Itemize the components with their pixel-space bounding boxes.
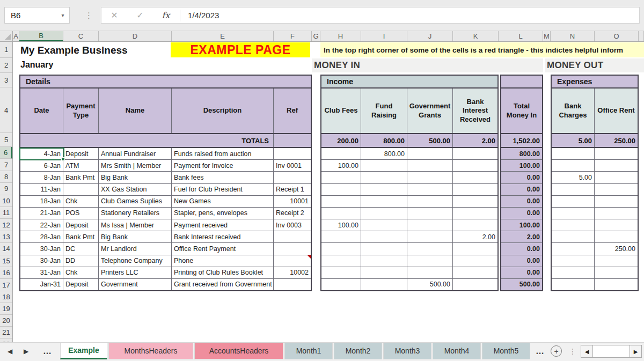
cell-club-fees[interactable]: 100.00 (321, 160, 361, 171)
cell-bank-interest[interactable] (453, 243, 497, 254)
cell-government-grants[interactable] (407, 196, 453, 207)
header-government-grants[interactable]: Government Grants (407, 89, 453, 133)
cell-payment-type[interactable]: Deposit (63, 148, 99, 159)
totals-ref-cell[interactable] (274, 134, 311, 147)
cell-bank-charges[interactable] (552, 160, 595, 171)
cell-government-grants[interactable] (407, 255, 453, 267)
cell-total-money-in[interactable]: 0.00 (501, 184, 542, 195)
cell-total-money-in[interactable]: 100.00 (501, 160, 542, 171)
cell-ref[interactable] (274, 243, 311, 254)
cell-date[interactable]: 31-Jan (20, 267, 63, 278)
cell-office-rent[interactable]: 250.00 (595, 243, 638, 254)
header-bank-interest[interactable]: Bank Interest Received (453, 89, 497, 133)
sheet-tab-month2[interactable]: Month2 (334, 343, 382, 359)
tab-scroll-left-icon[interactable]: ◀ (8, 343, 12, 359)
row-header-2[interactable]: 2 (0, 58, 12, 73)
totals-label[interactable]: TOTALS (20, 134, 274, 147)
cell-payment-type[interactable]: Bank Pmt (63, 231, 99, 242)
column-header-O[interactable]: O (595, 31, 639, 41)
cell-fund-raising[interactable] (361, 255, 407, 267)
cell-date[interactable]: 18-Jan (20, 196, 63, 207)
cell-total-money-in[interactable]: 500.00 (501, 279, 542, 290)
cell-fund-raising[interactable] (361, 219, 407, 231)
column-header-H[interactable]: H (320, 31, 361, 41)
cell-name[interactable]: XX Gas Station (99, 184, 172, 195)
column-header-E[interactable]: E (172, 31, 274, 41)
details-table-title[interactable]: Details (20, 76, 311, 89)
cell-name[interactable]: Big Bank (99, 231, 172, 242)
cell-bank-charges[interactable] (552, 148, 595, 159)
column-header-G[interactable]: G (312, 31, 320, 41)
cell-ref[interactable]: 10001 (274, 196, 311, 207)
row-header-13[interactable]: 13 (0, 231, 12, 243)
cell-office-rent[interactable] (595, 267, 638, 278)
row-header-1[interactable]: 1 (0, 42, 12, 58)
cell-ref[interactable] (274, 148, 311, 159)
cell-fund-raising[interactable] (361, 208, 407, 219)
cell-office-rent[interactable] (595, 231, 638, 242)
column-header-N[interactable]: N (551, 31, 595, 41)
cell-payment-type[interactable]: DD (63, 255, 99, 267)
cell-office-rent[interactable] (595, 279, 638, 290)
cell-bank-interest[interactable] (453, 148, 497, 159)
cell-club-fees[interactable] (321, 279, 361, 290)
cell-bank-interest[interactable] (453, 208, 497, 219)
cell-bank-interest[interactable] (453, 196, 497, 207)
cell-name[interactable]: Club Games Suplies (99, 196, 172, 207)
column-header-A[interactable]: A (13, 31, 19, 41)
cell-payment-type[interactable]: Bank Pmt (63, 172, 99, 183)
sheet-tab-month5[interactable]: Month5 (482, 343, 530, 359)
cell-ref[interactable] (274, 172, 311, 183)
cell-bank-charges[interactable] (552, 243, 595, 254)
sheet-tab-accountsheaders[interactable]: AccountsHeaders (194, 343, 283, 359)
expenses-table-title[interactable]: Expenses (552, 76, 638, 89)
cell-date[interactable]: 22-Jan (20, 219, 63, 231)
cell-government-grants[interactable] (407, 172, 453, 183)
cell-total-money-in[interactable]: 0.00 (501, 172, 542, 183)
cell-bank-interest[interactable] (453, 219, 497, 231)
cell-bank-interest[interactable] (453, 184, 497, 195)
cell-payment-type[interactable]: DC (63, 243, 99, 254)
cell-date[interactable]: 6-Jan (20, 160, 63, 171)
cell-ref[interactable]: Inv 0003 (274, 219, 311, 231)
cell-payment-type[interactable]: Chk (63, 196, 99, 207)
column-header-C[interactable]: C (63, 31, 99, 41)
cell-description[interactable]: Fuel for Club President (172, 184, 274, 195)
cell-bank-interest[interactable] (453, 172, 497, 183)
cell-ref[interactable]: 10002 (274, 267, 311, 278)
cell-payment-type[interactable]: Deposit (63, 219, 99, 231)
cell-name[interactable]: Printers LLC (99, 267, 172, 278)
cell-bank-interest[interactable] (453, 267, 497, 278)
row-header-10[interactable]: 10 (0, 195, 12, 207)
cell-name[interactable]: Stationery Retailers (99, 208, 172, 219)
cell-fund-raising[interactable] (361, 267, 407, 278)
cell-date[interactable]: 30-Jan (20, 243, 63, 254)
row-header-4[interactable]: 4 (0, 87, 12, 133)
cell-name[interactable]: Annual Fundraiser (99, 148, 172, 159)
row-header-16[interactable]: 16 (0, 267, 12, 279)
cell-bank-interest[interactable] (453, 160, 497, 171)
total-fund-raising[interactable]: 800.00 (361, 134, 407, 147)
cell-government-grants[interactable] (407, 160, 453, 171)
cell-payment-type[interactable]: ATM (63, 160, 99, 171)
cell-bank-charges[interactable] (552, 184, 595, 195)
scrollbar-left-icon[interactable]: ◀ (581, 345, 592, 357)
tab-overflow-left[interactable]: … (43, 343, 52, 359)
header-description[interactable]: Description (172, 89, 274, 133)
cell-fund-raising[interactable] (361, 243, 407, 254)
cell-government-grants[interactable] (407, 184, 453, 195)
cell-date[interactable]: 4-Jan (20, 148, 63, 159)
cell-fund-raising[interactable] (361, 184, 407, 195)
cell-club-fees[interactable] (321, 208, 361, 219)
cell-description[interactable]: Office Rent Payment (172, 243, 274, 254)
column-header-M[interactable]: M (543, 31, 551, 41)
sheet-tab-monthsheaders[interactable]: MonthsHeaders (108, 343, 193, 359)
cell-name[interactable]: Telephone Company (99, 255, 172, 267)
formula-input[interactable]: 1/4/2023 (181, 11, 219, 20)
cell-payment-type[interactable]: Deposit (63, 279, 99, 290)
cell-fund-raising[interactable] (361, 160, 407, 171)
cell-total-money-in[interactable]: 0.00 (501, 267, 542, 278)
horizontal-scrollbar[interactable]: ◀ ▶ (581, 345, 642, 358)
row-header-22[interactable]: 22 (0, 338, 12, 342)
cell-ref[interactable] (274, 255, 311, 267)
